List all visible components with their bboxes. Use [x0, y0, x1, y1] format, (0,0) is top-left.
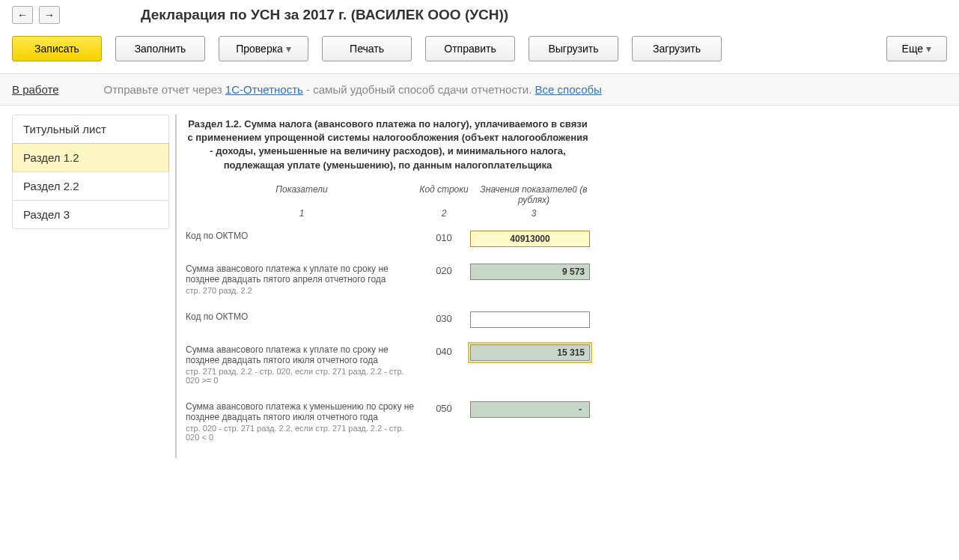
form-row-040: Сумма авансового платежа к уплате по сро…	[186, 344, 947, 385]
row-sub: стр. 270 разд. 2.2	[186, 286, 418, 295]
import-button[interactable]: Загрузить	[632, 36, 722, 61]
row-label: Код по ОКТМО	[186, 311, 418, 322]
col-num-1: 1	[186, 208, 418, 219]
col-num-3: 3	[470, 208, 597, 219]
advance-payment-field-020[interactable]: 9 573	[470, 264, 590, 280]
form-row-010: Код по ОКТМО 010 40913000	[186, 231, 947, 247]
form-row-050: Сумма авансового платежа к уменьшению по…	[186, 401, 947, 442]
row-label: Код по ОКТМО	[186, 231, 418, 241]
col-header-indicators: Показатели	[186, 184, 418, 205]
nav-forward-button[interactable]: →	[39, 6, 60, 24]
row-label: Сумма авансового платежа к уплате по сро…	[186, 344, 418, 365]
nav-back-button[interactable]: ←	[12, 6, 33, 24]
row-sub: стр. 271 разд. 2.2 - стр. 020, если стр.…	[186, 367, 418, 385]
link-1c-report[interactable]: 1С-Отчетность	[225, 83, 303, 96]
form-row-030: Код по ОКТМО 030	[186, 311, 947, 328]
row-label: Сумма авансового платежа к уплате по сро…	[186, 264, 418, 284]
page-title: Декларация по УСН за 2017 г. (ВАСИЛЕК ОО…	[141, 7, 508, 23]
row-code: 020	[418, 264, 470, 276]
sidebar-item-section-1-2[interactable]: Раздел 1.2	[12, 143, 169, 172]
row-code: 010	[418, 231, 470, 243]
oktmo-field-030[interactable]	[470, 311, 590, 328]
export-button[interactable]: Выгрузить	[529, 36, 618, 61]
row-code: 050	[418, 401, 470, 414]
col-header-values: Значения показателей (в рублях)	[470, 184, 597, 205]
form-row-020: Сумма авансового платежа к уплате по сро…	[186, 264, 947, 295]
row-sub: стр. 020 - стр. 271 разд. 2.2, если стр.…	[186, 424, 418, 442]
row-code: 030	[418, 311, 470, 324]
fill-button[interactable]: Заполнить	[115, 36, 205, 61]
info-text: Отправьте отчет через 1С-Отчетность - са…	[104, 83, 602, 96]
row-label: Сумма авансового платежа к уменьшению по…	[186, 401, 418, 422]
sidebar-item-section-3[interactable]: Раздел 3	[12, 200, 169, 229]
send-button[interactable]: Отправить	[425, 36, 515, 61]
status-link[interactable]: В работе	[12, 83, 59, 96]
advance-reduction-field-050[interactable]: -	[470, 401, 590, 418]
advance-payment-field-040[interactable]: 15 315	[470, 344, 590, 361]
row-code: 040	[418, 344, 470, 357]
print-button[interactable]: Печать	[322, 36, 412, 61]
content-area: Раздел 1.2. Сумма налога (авансового пла…	[175, 115, 947, 458]
col-header-line-code: Код строки	[418, 184, 470, 205]
sidebar-item-section-2-2[interactable]: Раздел 2.2	[12, 171, 169, 201]
oktmo-field-010[interactable]: 40913000	[470, 231, 590, 247]
save-button[interactable]: Записать	[12, 36, 102, 61]
col-num-2: 2	[418, 208, 470, 219]
sidebar-item-title-page[interactable]: Титульный лист	[12, 115, 169, 144]
more-button[interactable]: Еще	[886, 36, 947, 61]
link-all-methods[interactable]: Все способы	[535, 83, 602, 96]
check-button[interactable]: Проверка	[219, 36, 308, 61]
section-title: Раздел 1.2. Сумма налога (авансового пла…	[186, 118, 590, 172]
sidebar: Титульный лист Раздел 1.2 Раздел 2.2 Раз…	[12, 115, 169, 458]
